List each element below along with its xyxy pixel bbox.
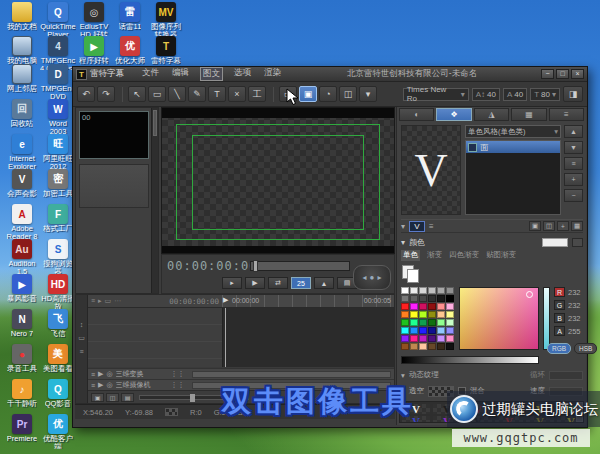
current-color-swatch[interactable] [542, 238, 568, 247]
desktop-icon[interactable]: AuAudition 1.5 [4, 239, 40, 274]
minimize-button[interactable]: − [541, 69, 554, 79]
desktop-icon[interactable]: MV图像序列转换器 [148, 2, 184, 36]
palette-color[interactable] [419, 311, 427, 318]
add-button[interactable]: + [564, 173, 583, 186]
palette-color[interactable] [428, 327, 436, 334]
desktop-icon[interactable]: 网上邻居 [4, 64, 40, 99]
desktop-icon[interactable]: ●录音工具 [4, 344, 40, 379]
redo-button[interactable]: ↷ [97, 86, 115, 102]
palette-color[interactable] [401, 311, 409, 318]
edit-canvas[interactable] [161, 107, 395, 254]
color-tab-1[interactable]: 渐变 [427, 250, 442, 261]
palette-color[interactable] [446, 335, 454, 342]
desktop-icon[interactable]: QQuickTime Player [40, 2, 76, 36]
timeline-header-icon[interactable]: ⋯ [114, 297, 121, 304]
color-tab-0[interactable]: 单色 [401, 250, 420, 261]
palette-color[interactable] [401, 319, 409, 326]
jog-wheel[interactable]: ◂●▸ [353, 265, 391, 290]
collapse-icon[interactable]: ▾ [401, 222, 405, 231]
track-icon[interactable]: ▶ [98, 381, 103, 389]
text-tool[interactable]: T [208, 86, 226, 102]
palette-color[interactable] [419, 303, 427, 310]
track-icon[interactable]: ▶ [98, 370, 103, 378]
desktop-icon[interactable]: ♪千千静听 [4, 379, 40, 414]
menu-4[interactable]: 渲染 [262, 67, 283, 81]
palette-color[interactable] [428, 343, 436, 350]
title-bar[interactable]: T 雷特字幕 文件编辑图文选项渲染 北京雷特世创科技有限公司-未命名 −□× [73, 67, 587, 82]
swatch-pages-icon[interactable] [402, 265, 420, 283]
track-row[interactable]: ≡▶◎三维变换⋮⋮ [88, 368, 394, 379]
desktop-icon[interactable]: eInternet Explorer [4, 134, 40, 169]
scrubber-handle[interactable] [253, 260, 258, 272]
palette-color[interactable] [428, 295, 436, 302]
track-lane[interactable] [192, 371, 391, 378]
timeline-ruler[interactable]: 00:00:00 00:00:05 [222, 295, 394, 308]
palette-color[interactable] [446, 319, 454, 326]
picker-circle[interactable] [526, 291, 533, 298]
maximize-button[interactable]: □ [556, 69, 569, 79]
text-options-button[interactable]: ◨ [563, 86, 583, 102]
rgb-mode-button[interactable]: RGB [547, 343, 571, 354]
template-scrollbar[interactable] [151, 108, 158, 293]
palette-color[interactable] [410, 327, 418, 334]
desktop-icon[interactable]: AAdobe Reader 8 [4, 204, 40, 239]
layer-list-item[interactable]: 面 [466, 141, 560, 153]
desktop-icon[interactable]: V会声会影 [4, 169, 40, 204]
timeline-header-icon[interactable]: ▸ [98, 297, 102, 304]
desktop-icon[interactable]: 旺阿里旺旺2012 [40, 134, 76, 169]
timeline-foot-icon[interactable]: ▤ [121, 393, 134, 402]
track-icon[interactable]: ◎ [106, 370, 112, 378]
color-tab-2[interactable]: 四色渐变 [449, 250, 479, 261]
palette-color[interactable] [401, 335, 409, 342]
palette-color[interactable] [419, 295, 427, 302]
desktop-icon[interactable]: HDHD高清播放 [40, 274, 76, 309]
palette-color[interactable] [410, 287, 418, 294]
palette-color[interactable] [401, 295, 409, 302]
track-icon[interactable]: ≡ [91, 371, 95, 378]
tab-style[interactable]: ◐ [399, 108, 434, 121]
player-button-4[interactable]: ▲ [314, 277, 334, 289]
layer-thumb[interactable]: V [409, 221, 425, 232]
image-tool[interactable]: ▣ [299, 86, 317, 102]
channel-value[interactable]: 232 [568, 301, 581, 310]
palette-color[interactable] [446, 303, 454, 310]
palette-color[interactable] [410, 303, 418, 310]
template-thumbnail[interactable]: 00 [79, 111, 149, 159]
palette-color[interactable] [410, 343, 418, 350]
desktop-icon[interactable]: PrPremiere [4, 414, 40, 449]
desktop-icon[interactable]: F格式工厂 [40, 204, 76, 239]
mini-row-icon[interactable]: ▦ [571, 221, 583, 231]
desktop-icon[interactable]: 我的文档 [4, 2, 40, 36]
font-size-v-field[interactable]: A↕ 40 [472, 88, 500, 101]
palette-color[interactable] [410, 335, 418, 342]
palette-color[interactable] [419, 327, 427, 334]
tab-list[interactable]: ≡ [549, 108, 584, 121]
palette-color[interactable] [401, 327, 409, 334]
desktop-icon[interactable]: S搜狗浏览器 [40, 239, 76, 274]
more-tools[interactable]: ▾ [359, 86, 377, 102]
timeline-foot-icon[interactable]: ◫ [106, 393, 119, 402]
select-tool[interactable]: ↖ [128, 86, 146, 102]
font-size-h-field[interactable]: A 40 [503, 88, 527, 101]
channel-value[interactable]: 232 [568, 314, 581, 323]
desktop-icon[interactable]: 美美图看看 [40, 344, 76, 379]
track-icon[interactable]: ≡ [91, 382, 95, 389]
hue-slider[interactable] [543, 287, 550, 350]
timeline-header-icon[interactable]: ▭ [105, 297, 112, 304]
palette-color[interactable] [419, 335, 427, 342]
palette-color[interactable] [446, 295, 454, 302]
timeline-tool-icon[interactable]: ↕ [80, 321, 84, 328]
timeline-header-icon[interactable]: ≡ [91, 297, 95, 304]
palette-color[interactable] [401, 343, 409, 350]
desktop-icon[interactable]: DTMPGEnc DVD Author 3 [40, 64, 76, 99]
mini-row-icon[interactable]: ◫ [543, 221, 555, 231]
desktop-icon[interactable]: 优优酷客户端 [40, 414, 76, 449]
palette-color[interactable] [428, 319, 436, 326]
tab-object[interactable]: ❖ [436, 108, 471, 121]
zoom-handle[interactable] [190, 394, 195, 402]
palette-color[interactable] [437, 343, 445, 350]
menu-0[interactable]: 文件 [140, 67, 161, 81]
palette-color[interactable] [446, 311, 454, 318]
undo-button[interactable]: ↶ [77, 86, 95, 102]
player-button-1[interactable]: ▶ [245, 277, 265, 289]
